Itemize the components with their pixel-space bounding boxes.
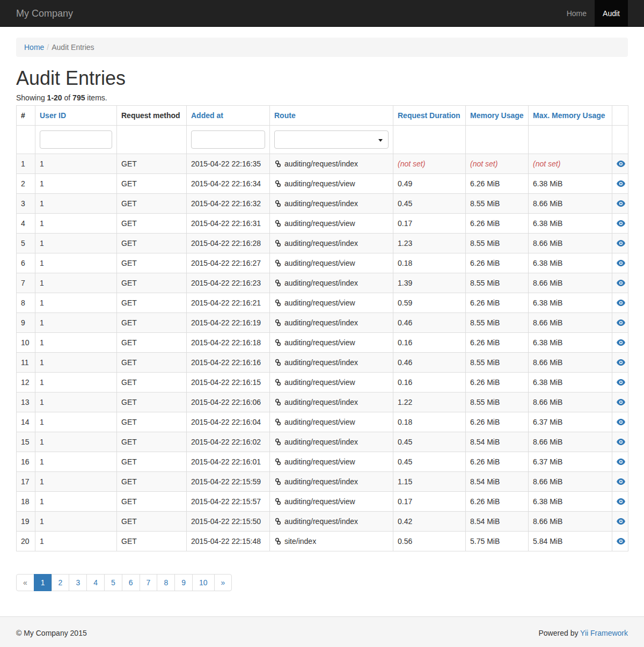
route-link[interactable]: auditing/request/view bbox=[274, 259, 355, 267]
filter-cell-num bbox=[17, 126, 35, 154]
cell-added_at: 2015-04-22 22:15:48 bbox=[187, 532, 270, 551]
route-link[interactable]: auditing/request/index bbox=[274, 398, 358, 406]
cell-duration: 0.42 bbox=[393, 512, 466, 532]
view-entry-button[interactable] bbox=[617, 317, 625, 328]
route-link[interactable]: auditing/request/index bbox=[274, 477, 358, 486]
user_id-filter-input[interactable] bbox=[40, 130, 112, 149]
cell-memory: 8.55 MiB bbox=[466, 194, 529, 214]
route-link[interactable]: auditing/request/view bbox=[274, 219, 355, 228]
breadcrumb: Home/Audit Entries bbox=[16, 38, 628, 57]
route-filter-select[interactable] bbox=[274, 130, 389, 149]
route-link[interactable]: auditing/request/view bbox=[274, 497, 355, 506]
sort-link-duration[interactable]: Request Duration bbox=[398, 111, 460, 120]
cell-num: 19 bbox=[17, 512, 35, 532]
eye-icon bbox=[617, 240, 625, 246]
view-entry-button[interactable] bbox=[617, 357, 625, 368]
table-row: 41GET2015-04-22 22:16:31auditing/request… bbox=[17, 214, 628, 234]
page-link-1[interactable]: 1 bbox=[34, 574, 52, 591]
breadcrumb-home-link[interactable]: Home bbox=[24, 43, 44, 52]
cell-route: auditing/request/view bbox=[270, 492, 393, 512]
route-link[interactable]: auditing/request/index bbox=[274, 358, 358, 367]
route-link[interactable]: auditing/request/index bbox=[274, 159, 358, 168]
view-entry-button[interactable] bbox=[617, 178, 625, 189]
route-link[interactable]: auditing/request/index bbox=[274, 318, 358, 327]
eye-icon bbox=[617, 359, 625, 366]
view-entry-button[interactable] bbox=[617, 417, 625, 427]
page-link-»[interactable]: » bbox=[214, 574, 232, 591]
cell-num: 12 bbox=[17, 373, 35, 392]
view-entry-button[interactable] bbox=[617, 278, 625, 288]
eye-icon bbox=[617, 260, 625, 266]
page-link-5[interactable]: 5 bbox=[104, 574, 122, 591]
view-entry-button[interactable] bbox=[617, 238, 625, 249]
footer: © My Company 2015 Powered by Yii Framewo… bbox=[0, 616, 644, 647]
cell-method: GET bbox=[117, 432, 187, 452]
route-link[interactable]: auditing/request/view bbox=[274, 378, 355, 387]
page-link-8[interactable]: 8 bbox=[157, 574, 175, 591]
view-entry-button[interactable] bbox=[617, 516, 625, 527]
cell-route: auditing/request/index bbox=[270, 472, 393, 492]
link-icon bbox=[274, 418, 282, 426]
view-entry-button[interactable] bbox=[617, 377, 625, 388]
view-entry-button[interactable] bbox=[617, 218, 625, 229]
view-entry-button[interactable] bbox=[617, 456, 625, 467]
route-link[interactable]: auditing/request/index bbox=[274, 239, 358, 248]
view-entry-button[interactable] bbox=[617, 496, 625, 507]
cell-duration: 0.16 bbox=[393, 333, 466, 353]
route-link[interactable]: auditing/request/view bbox=[274, 299, 355, 307]
cell-method: GET bbox=[117, 333, 187, 353]
eye-icon bbox=[617, 399, 625, 405]
route-link[interactable]: auditing/request/view bbox=[274, 457, 355, 466]
view-entry-button[interactable] bbox=[617, 258, 625, 268]
route-link[interactable]: auditing/request/index bbox=[274, 279, 358, 287]
cell-max_memory: 8.66 MiB bbox=[529, 313, 612, 333]
page-link-6[interactable]: 6 bbox=[122, 574, 140, 591]
cell-method: GET bbox=[117, 214, 187, 234]
route-link[interactable]: site/index bbox=[274, 537, 316, 546]
nav-item-audit[interactable]: Audit bbox=[595, 0, 628, 27]
view-entry-button[interactable] bbox=[617, 536, 625, 547]
yii-framework-link[interactable]: Yii Framework bbox=[580, 629, 628, 637]
cell-added_at: 2015-04-22 22:16:31 bbox=[187, 214, 270, 234]
route-link[interactable]: auditing/request/view bbox=[274, 338, 355, 347]
view-entry-button[interactable] bbox=[617, 397, 625, 408]
filter-cell-method bbox=[117, 126, 187, 154]
page-link-9[interactable]: 9 bbox=[174, 574, 193, 591]
route-link[interactable]: auditing/request/index bbox=[274, 517, 358, 526]
brand[interactable]: My Company bbox=[16, 0, 81, 27]
sort-link-user_id[interactable]: User ID bbox=[40, 111, 66, 120]
cell-route: auditing/request/index bbox=[270, 273, 393, 293]
cell-duration: 0.59 bbox=[393, 293, 466, 313]
sort-link-route[interactable]: Route bbox=[274, 111, 296, 120]
route-link[interactable]: auditing/request/view bbox=[274, 418, 355, 426]
cell-method: GET bbox=[117, 492, 187, 512]
page-link-2[interactable]: 2 bbox=[52, 574, 70, 591]
view-entry-button[interactable] bbox=[617, 297, 625, 308]
view-entry-button[interactable] bbox=[617, 337, 625, 348]
view-entry-button[interactable] bbox=[617, 437, 625, 447]
cell-duration: 1.22 bbox=[393, 392, 466, 412]
added_at-filter-input[interactable] bbox=[191, 130, 265, 149]
nav-item-home[interactable]: Home bbox=[559, 0, 595, 27]
page-link-4[interactable]: 4 bbox=[86, 574, 105, 591]
cell-route: auditing/request/view bbox=[270, 452, 393, 472]
sort-link-memory[interactable]: Memory Usage bbox=[470, 111, 524, 120]
page-link-10[interactable]: 10 bbox=[192, 574, 215, 591]
sort-link-max_memory[interactable]: Max. Memory Usage bbox=[533, 111, 605, 120]
cell-max_memory: 8.66 MiB bbox=[529, 353, 612, 373]
cell-added_at: 2015-04-22 22:16:28 bbox=[187, 234, 270, 253]
table-row: 171GET2015-04-22 22:15:59auditing/reques… bbox=[17, 472, 628, 492]
view-entry-button[interactable] bbox=[617, 198, 625, 209]
route-link[interactable]: auditing/request/index bbox=[274, 199, 358, 208]
cell-method: GET bbox=[117, 532, 187, 551]
route-link[interactable]: auditing/request/view bbox=[274, 179, 355, 188]
route-link[interactable]: auditing/request/index bbox=[274, 438, 358, 446]
page-link-7[interactable]: 7 bbox=[140, 574, 158, 591]
table-row: 51GET2015-04-22 22:16:28auditing/request… bbox=[17, 234, 628, 253]
page-link-3[interactable]: 3 bbox=[69, 574, 87, 591]
view-entry-button[interactable] bbox=[617, 476, 625, 487]
sort-link-added_at[interactable]: Added at bbox=[191, 111, 223, 120]
cell-duration: 0.49 bbox=[393, 174, 466, 194]
cell-actions bbox=[612, 154, 628, 174]
view-entry-button[interactable] bbox=[617, 158, 625, 169]
